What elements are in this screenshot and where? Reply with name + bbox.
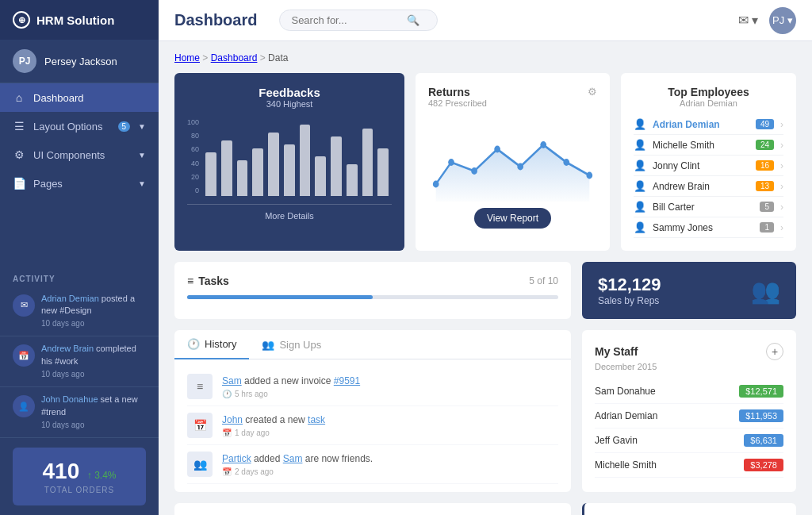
staff-name: Michelle Smith (595, 459, 737, 471)
tab-history-label: History (205, 338, 236, 350)
bar (362, 129, 373, 196)
breadcrumb-sep: > (260, 52, 268, 63)
history-item-content: John created a new task 📅 1 day ago (222, 413, 325, 437)
sam-link[interactable]: Sam (222, 375, 242, 386)
employee-badge: 24 (756, 140, 774, 150)
cards-row-stats: Current Stats ⋮ (174, 503, 796, 515)
task-link[interactable]: task (308, 414, 325, 425)
employee-item[interactable]: 👤 Jonny Clint 16 › (634, 156, 783, 176)
calendar-icon: 📅 (222, 467, 232, 476)
chevron-right-icon: › (780, 140, 783, 151)
y-axis-labels: 100806040200 (187, 117, 199, 196)
activity-text: Adrian Demian posted a new #Design 10 da… (41, 293, 146, 330)
svg-point-8 (586, 172, 592, 179)
sidebar-item-layout[interactable]: ☰ Layout Options 5 ▼ (0, 112, 159, 140)
history-item-text: Sam added a new invoice #9591 (222, 374, 360, 388)
staff-item: Sam Donahue $12,571 (595, 379, 783, 404)
tasks-progress-label: 5 of 10 (529, 275, 558, 286)
search-box[interactable]: 🔍 (279, 10, 438, 31)
john-link[interactable]: John (222, 414, 243, 425)
page-title: Dashboard (174, 11, 257, 29)
staff-name: Jeff Gavin (595, 435, 737, 446)
breadcrumb: Home > Dashboard > Data (174, 52, 796, 63)
staff-item: Jeff Gavin $6,631 (595, 429, 783, 453)
sidebar-item-dashboard[interactable]: ⌂ Dashboard (0, 83, 159, 112)
bar-chart (202, 117, 392, 196)
card-my-staff: My Staff + December 2015 Sam Donahue $12… (582, 330, 796, 492)
add-staff-button[interactable]: + (766, 343, 783, 360)
employee-item[interactable]: 👤 Sammy Jones 1 › (634, 217, 783, 238)
employee-item[interactable]: 👤 Michelle Smith 24 › (634, 135, 783, 156)
user-icon: 👤 (634, 180, 646, 192)
gear-icon[interactable]: ⚙ (588, 86, 597, 98)
activity-item: 📅 Andrew Brain completed his #work 10 da… (0, 336, 159, 387)
invoice-link[interactable]: #9591 (334, 375, 360, 386)
card-sales: $12,129 Sales by Reps 👥 (582, 262, 796, 319)
employee-name: Adrian Demian (653, 119, 749, 130)
mail-icon: ✉ (13, 294, 35, 317)
sidebar-item-label: UI Components (33, 149, 130, 161)
employee-name: Jonny Clint (653, 160, 749, 171)
history-item-time: 📅 2 days ago (222, 467, 373, 476)
staff-amount: $3,278 (744, 459, 783, 471)
bar (252, 148, 263, 196)
pages-icon: 📄 (13, 177, 25, 190)
employee-item[interactable]: 👤 Andrew Brain 13 › (634, 176, 783, 197)
employee-name: Andrew Brain (653, 181, 749, 192)
chevron-down-icon: ▼ (138, 151, 146, 159)
user-avatar[interactable]: PJ ▾ (769, 7, 796, 34)
user-icon: 👤 (634, 201, 646, 213)
employee-item[interactable]: 👤 Adrian Demian 49 › (634, 114, 783, 135)
topbar: Dashboard 🔍 ✉ ▾ PJ ▾ (159, 0, 812, 41)
app-name: HRM Solution (36, 13, 114, 27)
activity-text: John Donahue set a new #trend 10 days ag… (41, 394, 146, 431)
dashboard-icon: ⌂ (13, 91, 25, 104)
staff-name: Adrian Demian (595, 410, 733, 421)
breadcrumb-home[interactable]: Home (174, 52, 200, 63)
user-icon: 👤 (634, 139, 646, 151)
bar (221, 140, 232, 196)
invoice-icon: ≡ (187, 374, 213, 399)
mail-icon[interactable]: ✉ ▾ (738, 13, 758, 28)
tab-signups[interactable]: 👥 Sign Ups (249, 330, 334, 359)
staff-chart-area (582, 503, 796, 515)
progress-fill (187, 295, 373, 299)
breadcrumb-dashboard[interactable]: Dashboard (211, 52, 258, 63)
bar (205, 152, 216, 196)
total-orders-number: 410 (42, 459, 79, 483)
history-item: 👥 Partick added Sam are now friends. 📅 2… (187, 445, 558, 484)
sidebar-user[interactable]: PJ Persey Jackson (0, 40, 159, 83)
sidebar-item-pages[interactable]: 📄 Pages ▼ (0, 169, 159, 198)
ui-icon: ⚙ (13, 148, 25, 161)
tab-history[interactable]: 🕐 History (174, 330, 249, 359)
view-report-button[interactable]: View Report (474, 208, 551, 229)
team-icon: 👥 (751, 277, 780, 305)
bar (347, 164, 358, 196)
search-input[interactable] (291, 14, 402, 26)
svg-point-5 (517, 163, 523, 171)
breadcrumb-data: Data (268, 52, 288, 63)
partick-link[interactable]: Partick (222, 453, 251, 464)
staff-item: Adrian Demian $11,953 (595, 404, 783, 429)
tasks-title: ≡ Tasks (187, 275, 229, 287)
list-icon: ≡ (187, 275, 193, 287)
bar (284, 144, 295, 196)
more-details-link[interactable]: More Details (187, 204, 392, 221)
bar (268, 133, 279, 196)
svg-point-7 (563, 159, 569, 166)
bar (377, 148, 389, 196)
employee-item[interactable]: 👤 Bill Carter 5 › (634, 197, 783, 217)
activity-header: ACTIVITY (0, 267, 159, 286)
staff-amount: $6,631 (744, 434, 783, 447)
sidebar: ⊕ HRM Solution PJ Persey Jackson ⌂ Dashb… (0, 0, 159, 515)
returns-title: Returns (428, 86, 487, 98)
history-item-content: Partick added Sam are now friends. 📅 2 d… (222, 452, 373, 476)
calendar-icon: 📅 (13, 344, 35, 367)
employee-list: 👤 Adrian Demian 49 › 👤 Michelle Smith 24… (634, 114, 783, 238)
sam2-link[interactable]: Sam (283, 453, 303, 464)
sales-info: $12,129 Sales by Reps (598, 275, 661, 306)
employee-badge: 1 (760, 222, 774, 233)
card-top-employees: Top Employees Adrian Demian 👤 Adrian Dem… (621, 73, 796, 251)
sidebar-item-ui[interactable]: ⚙ UI Components ▼ (0, 140, 159, 169)
svg-point-6 (540, 141, 546, 148)
